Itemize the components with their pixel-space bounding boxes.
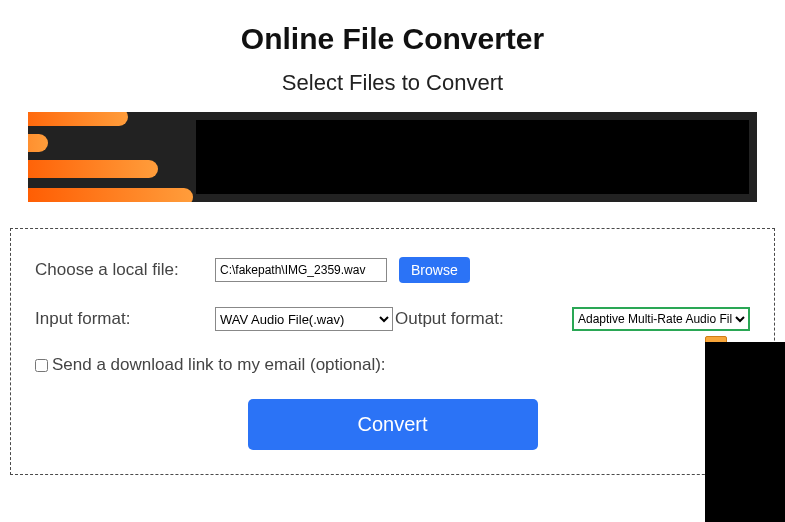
converter-form: Choose a local file: Browse Input format… <box>10 228 775 475</box>
email-row: Send a download link to my email (option… <box>35 355 750 375</box>
browse-button[interactable]: Browse <box>399 257 470 283</box>
email-checkbox[interactable] <box>35 359 48 372</box>
convert-button[interactable]: Convert <box>248 399 538 450</box>
email-label[interactable]: Send a download link to my email (option… <box>52 355 386 375</box>
input-format-label: Input format: <box>35 309 215 329</box>
input-format-select[interactable]: WAV Audio File(.wav) <box>215 307 393 331</box>
banner-stripes-decoration <box>28 112 168 202</box>
ad-banner <box>28 112 757 202</box>
page-title: Online File Converter <box>0 22 785 56</box>
overlay-panel <box>705 342 785 522</box>
page-subtitle: Select Files to Convert <box>0 70 785 96</box>
output-format-label: Output format: <box>395 309 504 329</box>
banner-content-area <box>196 120 749 194</box>
choose-file-label: Choose a local file: <box>35 260 215 280</box>
format-row: Input format: WAV Audio File(.wav) Outpu… <box>35 307 750 331</box>
convert-row: Convert <box>35 399 750 450</box>
output-format-select[interactable]: Adaptive Multi-Rate Audio File(.amr) <box>572 307 750 331</box>
choose-file-row: Choose a local file: Browse <box>35 257 750 283</box>
file-path-input[interactable] <box>215 258 387 282</box>
